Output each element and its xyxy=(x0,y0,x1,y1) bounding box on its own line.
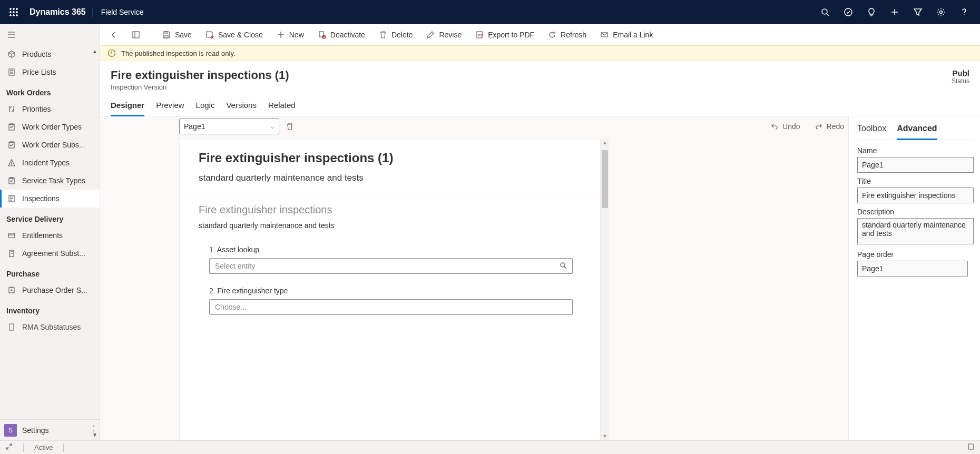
sidebar-item-inspections[interactable]: Inspections xyxy=(0,190,100,208)
sidebar-scroll-down-icon[interactable]: ▼ xyxy=(92,432,99,438)
svg-point-58 xyxy=(561,263,565,267)
help-icon[interactable] xyxy=(953,1,976,24)
deactivate-button[interactable]: Deactivate xyxy=(312,28,370,41)
email-label: Email a Link xyxy=(613,31,653,39)
fire-extinguisher-type-input[interactable]: Choose... xyxy=(209,299,573,315)
save-status-icon[interactable] xyxy=(967,443,975,452)
save-close-button[interactable]: Save & Close xyxy=(200,28,268,41)
svg-point-15 xyxy=(940,11,943,14)
lightbulb-icon[interactable] xyxy=(860,1,883,24)
record-state: Active xyxy=(34,443,53,451)
sidebar-group-purchase: Purchase xyxy=(0,262,100,281)
open-record-set-button[interactable] xyxy=(126,28,145,41)
tab-preview[interactable]: Preview xyxy=(156,96,184,116)
refresh-button[interactable]: Refresh xyxy=(543,28,592,41)
refresh-label: Refresh xyxy=(561,31,586,39)
tab-versions[interactable]: Versions xyxy=(226,96,257,116)
canvas-section-description: standard quarterly maintenance and tests xyxy=(180,218,600,239)
designer-canvas[interactable]: Fire extinguisher inspections (1) standa… xyxy=(179,139,601,440)
scroll-thumb[interactable] xyxy=(602,150,608,208)
tab-logic[interactable]: Logic xyxy=(196,96,215,116)
export-pdf-button[interactable]: PDFExport to PDF xyxy=(470,28,540,41)
sidebar-item-label: Inspections xyxy=(22,194,60,203)
brand-label[interactable]: Dynamics 365 xyxy=(23,7,93,17)
svg-line-59 xyxy=(564,267,566,269)
save-label: Save xyxy=(175,31,192,39)
q2-placeholder: Choose... xyxy=(215,303,247,311)
prop-description-label: Description xyxy=(857,208,974,216)
prop-title-input[interactable] xyxy=(857,187,974,203)
filter-icon[interactable] xyxy=(906,1,929,24)
prop-page-order-label: Page order xyxy=(857,250,974,259)
svg-rect-42 xyxy=(9,324,14,330)
tab-designer[interactable]: Designer xyxy=(111,96,144,116)
sidebar-item-label: Price Lists xyxy=(22,68,56,76)
area-switcher[interactable]: S Settings ˄˅ xyxy=(0,419,100,440)
sidebar-item-priorities[interactable]: Priorities xyxy=(0,100,100,118)
save-button[interactable]: Save xyxy=(157,28,197,41)
search-icon[interactable] xyxy=(814,1,837,24)
sidebar-scroll-up-icon[interactable]: ▲ xyxy=(92,48,99,55)
expand-icon[interactable] xyxy=(5,443,13,452)
redo-label: Redo xyxy=(827,122,844,131)
svg-point-16 xyxy=(964,14,965,15)
sidebar-item-products[interactable]: Products xyxy=(0,45,100,63)
scroll-up-icon[interactable]: ▲ xyxy=(601,140,609,146)
page-selector[interactable]: Page1 ⌵ xyxy=(179,119,279,134)
sidebar-item-price-lists[interactable]: Price Lists xyxy=(0,63,100,81)
mail-icon xyxy=(600,31,609,39)
sidebar-scroll: Products Price Lists Work Orders Priorit… xyxy=(0,45,100,419)
back-button[interactable] xyxy=(104,28,123,41)
global-top-bar: Dynamics 365 Field Service xyxy=(0,0,980,24)
sidebar-item-rma-substatuses[interactable]: RMA Substatuses xyxy=(0,318,100,336)
revise-button[interactable]: Revise xyxy=(421,28,467,41)
gear-icon[interactable] xyxy=(929,1,953,24)
svg-point-57 xyxy=(111,55,112,55)
sidebar-item-incident-types[interactable]: Incident Types xyxy=(0,154,100,172)
sidebar-collapse-button[interactable] xyxy=(0,24,100,45)
designer-area: Page1 ⌵ Undo Redo Fire extinguisher insp… xyxy=(100,116,980,440)
delete-page-icon[interactable] xyxy=(286,122,294,131)
doc-icon xyxy=(7,249,16,258)
canvas-scrollbar[interactable]: ▲ ▼ xyxy=(601,139,609,440)
delete-button[interactable]: Delete xyxy=(374,28,418,41)
redo-button[interactable]: Redo xyxy=(811,120,848,133)
prop-name-label: Name xyxy=(857,146,974,155)
sidebar-item-purchase-order-s[interactable]: Purchase Order S... xyxy=(0,281,100,299)
sidebar-item-agreement-subst[interactable]: Agreement Subst... xyxy=(0,244,100,262)
task-check-icon[interactable] xyxy=(837,1,860,24)
readonly-notice: The published inspection is read only. xyxy=(100,45,980,61)
sidebar-group-inventory: Inventory xyxy=(0,299,100,318)
sidebar-item-service-task-types[interactable]: Service Task Types xyxy=(0,172,100,190)
prop-page-order-input[interactable] xyxy=(857,261,968,277)
undo-button[interactable]: Undo xyxy=(767,120,804,133)
deactivate-label: Deactivate xyxy=(330,31,365,39)
new-button[interactable]: New xyxy=(271,28,309,41)
app-name-label[interactable]: Field Service xyxy=(93,8,152,16)
info-warning-icon xyxy=(107,49,116,57)
save-icon xyxy=(162,31,171,39)
question-1[interactable]: 1. Asset lookup Select entity xyxy=(180,239,600,280)
asset-lookup-input[interactable]: Select entity xyxy=(209,258,573,274)
save-close-label: Save & Close xyxy=(218,31,263,39)
page-subtitle: Inspection Version xyxy=(111,83,289,91)
add-icon[interactable] xyxy=(883,1,906,24)
sidebar-item-entitlements[interactable]: Entitlements xyxy=(0,226,100,244)
sidebar-item-work-order-subs[interactable]: Work Order Subs... xyxy=(0,136,100,154)
page-title: Fire extinguisher inspections (1) xyxy=(111,68,289,82)
app-launcher-icon[interactable] xyxy=(4,3,23,22)
panel-tab-toolbox[interactable]: Toolbox xyxy=(857,122,886,140)
tab-related[interactable]: Related xyxy=(268,96,296,116)
scroll-down-icon[interactable]: ▼ xyxy=(601,433,609,439)
command-bar: Save Save & Close New Deactivate Delete … xyxy=(100,24,980,45)
question-2[interactable]: 2. Fire extinguisher type Choose... xyxy=(180,280,600,321)
sidebar-item-work-order-types[interactable]: Work Order Types xyxy=(0,118,100,136)
doc-icon xyxy=(7,323,16,331)
email-link-button[interactable]: Email a Link xyxy=(595,28,658,41)
prop-description-input[interactable] xyxy=(857,218,974,244)
prop-name-input[interactable] xyxy=(857,157,974,173)
canvas-description: standard quarterly maintenance and tests xyxy=(199,173,581,183)
panel-tab-advanced[interactable]: Advanced xyxy=(897,122,937,140)
sidebar-item-label: RMA Substatuses xyxy=(22,323,81,331)
sidebar-item-label: Service Task Types xyxy=(22,176,85,185)
